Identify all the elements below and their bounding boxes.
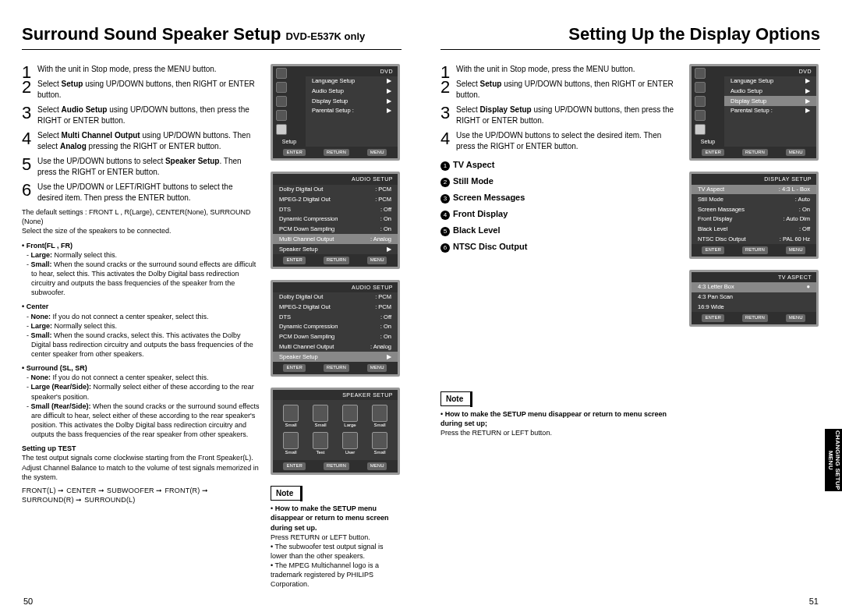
display-options-list: 1TV Aspect2Still Mode3Screen Messages4Fr… bbox=[440, 159, 678, 253]
step-item: With the unit in Stop mode, press the ME… bbox=[440, 64, 678, 75]
defaults-block: The default settings : FRONT L , R(Large… bbox=[22, 207, 260, 235]
center-block: • Center - None: If you do not connect a… bbox=[22, 302, 260, 359]
right-note: Note • How to make the SETUP menu disapp… bbox=[440, 391, 678, 437]
page-right: Setting Up the Display Options With the … bbox=[421, 0, 842, 616]
step-item: Select Multi Channel Output using UP/DOW… bbox=[22, 130, 260, 151]
right-steps: With the unit in Stop mode, press the ME… bbox=[440, 64, 678, 152]
test-block: Setting up TEST The test output signals … bbox=[22, 444, 260, 482]
display-option: 6NTSC Disc Output bbox=[440, 241, 678, 253]
screen-audio-setup-2: AUDIO SETUPDolby Digital Out: PCMMPEG-2 … bbox=[271, 280, 400, 377]
right-title-bar: Setting Up the Display Options bbox=[440, 23, 820, 50]
step-item: Select Audio Setup using UP/DOWN buttons… bbox=[22, 104, 260, 126]
step-item: Use the UP/DOWN buttons to select Speake… bbox=[22, 156, 260, 177]
surround-block: • Surround (SL, SR) - None: If you do no… bbox=[22, 363, 260, 439]
left-title-bar: Surround Sound Speaker Setup DVD-E537K o… bbox=[22, 23, 402, 50]
screen-setup-menu-r: SetupDVDLanguage Setup▶Audio Setup▶Displ… bbox=[689, 64, 819, 161]
page-left: Surround Sound Speaker Setup DVD-E537K o… bbox=[0, 0, 421, 616]
right-title: Setting Up the Display Options bbox=[568, 23, 820, 46]
step-item: Select Setup using UP/DOWN buttons, then… bbox=[22, 79, 260, 100]
left-note: Note • How to make the SETUP menu disapp… bbox=[271, 486, 402, 589]
page-number-right: 51 bbox=[809, 596, 819, 607]
left-title-sub: DVD-E537K only bbox=[285, 30, 365, 44]
display-option: 1TV Aspect bbox=[440, 159, 678, 171]
step-item: Select Setup using UP/DOWN buttons, then… bbox=[440, 79, 678, 100]
screen-setup-menu: SetupDVDLanguage Setup▶Audio Setup▶Displ… bbox=[271, 64, 400, 161]
display-option: 5Black Level bbox=[440, 225, 678, 236]
left-steps: With the unit in Stop mode, press the ME… bbox=[22, 64, 260, 204]
left-screens-column: SetupDVDLanguage Setup▶Audio Setup▶Displ… bbox=[271, 64, 402, 589]
front-block: • Front(FL , FR) - Large: Normally selec… bbox=[22, 241, 260, 298]
display-option: 3Screen Messages bbox=[440, 192, 678, 204]
step-item: Select Display Setup using UP/DOWN butto… bbox=[440, 104, 678, 126]
screen-display-setup: DISPLAY SETUPTV Aspect: 4:3 L - BoxStill… bbox=[689, 172, 819, 258]
screen-speaker-setup: SPEAKER SETUPSmallSmallLargeSmallSmallTe… bbox=[271, 388, 400, 475]
display-option: 2Still Mode bbox=[440, 175, 678, 187]
side-tab: CHANGING SETUP MENU bbox=[825, 429, 842, 491]
signal-flow: FRONT(L) ➞ CENTER ➞ SUBWOOFER ➞ FRONT(R)… bbox=[22, 487, 260, 504]
display-option: 4Front Display bbox=[440, 208, 678, 220]
step-item: Use the UP/DOWN or LEFT/RIGHT buttons to… bbox=[22, 182, 260, 203]
screen-audio-setup-1: AUDIO SETUPDolby Digital Out: PCMMPEG-2 … bbox=[271, 172, 400, 268]
right-screens-column: SetupDVDLanguage Setup▶Audio Setup▶Displ… bbox=[689, 64, 820, 438]
step-item: Use the UP/DOWN buttons to select the de… bbox=[440, 130, 678, 151]
page-number-left: 50 bbox=[23, 596, 33, 607]
screen-tv-aspect: TV ASPECT4:3 Letter Box●4:3 Pan Scan16:9… bbox=[689, 270, 819, 327]
left-title: Surround Sound Speaker Setup bbox=[22, 23, 281, 46]
step-item: With the unit in Stop mode, press the ME… bbox=[22, 64, 260, 75]
